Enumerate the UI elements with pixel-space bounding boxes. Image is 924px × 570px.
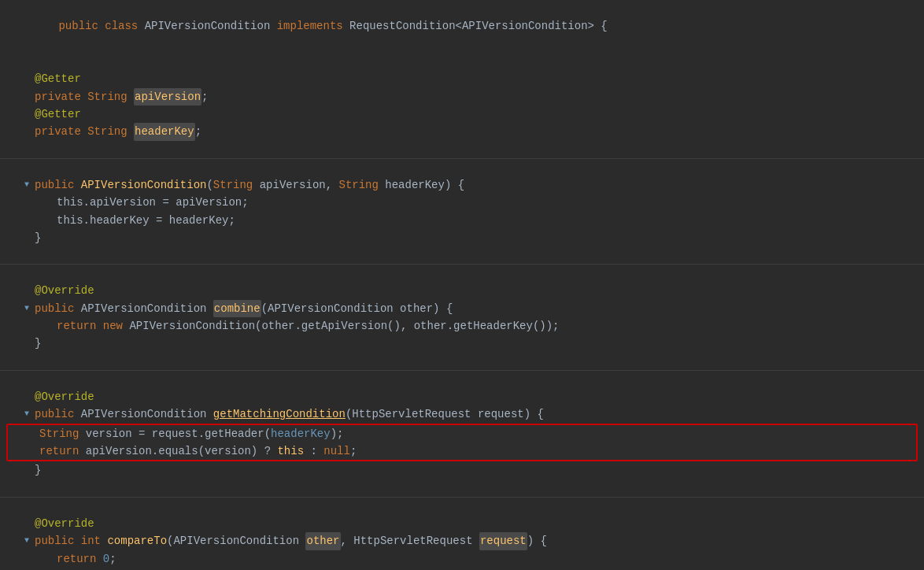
kw-new: new xyxy=(103,317,130,335)
kw-string1: String xyxy=(87,88,134,105)
close-brace-gmc: } xyxy=(35,461,41,479)
gutter-compareto: ▼ xyxy=(22,535,31,547)
kw-private2: private xyxy=(35,123,87,140)
code-line-blank8 xyxy=(0,479,924,497)
close-brace-ctor: } xyxy=(35,229,41,246)
param-other: other) { xyxy=(400,300,453,317)
code-line-getter1: @Getter xyxy=(0,70,924,87)
ret-type-combine: APIVersionCondition xyxy=(81,300,213,317)
kw-return-combine: return xyxy=(57,317,103,335)
param-other-ct: other xyxy=(305,532,340,550)
code-line-combine: ▼ public APIVersionCondition combine(API… xyxy=(0,300,924,317)
code-line-getheader: String version = request.getHeader(heade… xyxy=(8,425,916,442)
code-line-apiversion: private String apiVersion; xyxy=(0,88,924,105)
kw-public-ctor: public xyxy=(35,176,81,194)
close-brace-combine: } xyxy=(35,335,41,352)
code-line-this-headerkey: this.headerKey = headerKey; xyxy=(0,212,924,229)
kw-class: class xyxy=(105,20,144,32)
gutter-combine: ▼ xyxy=(22,302,31,315)
annotation-getter2: @Getter xyxy=(35,105,81,123)
semi2: ; xyxy=(195,123,201,140)
code-editor: public class APIVersionCondition impleme… xyxy=(0,0,924,570)
code-line-close-combine: } xyxy=(0,335,924,352)
param-headerkey-call: headerKey xyxy=(271,425,331,442)
kw-return-this: return xyxy=(39,442,86,460)
arrow-constructor: ▼ xyxy=(24,179,29,191)
code-line-getter2: @Getter xyxy=(0,105,924,123)
field-headerkey: headerKey xyxy=(134,123,195,140)
kw-int: int xyxy=(81,532,108,550)
code-line-getmatching: ▼ public APIVersionCondition getMatching… xyxy=(0,405,924,423)
getheader-close: ); xyxy=(331,425,344,442)
classname: APIVersionCondition xyxy=(145,20,277,32)
code-line-override1: @Override xyxy=(0,282,924,299)
code-line-blank5 xyxy=(0,265,924,282)
code-line-1: public class APIVersionCondition impleme… xyxy=(0,0,924,53)
method-constructor: APIVersionCondition xyxy=(81,176,207,194)
code-line-blank4 xyxy=(0,246,924,264)
semi-zero: ; xyxy=(109,550,116,568)
annotation-override3: @Override xyxy=(35,515,94,532)
code-line-override2: @Override xyxy=(0,388,924,405)
arrow-getmatching: ▼ xyxy=(24,408,29,420)
code-line-blank2 xyxy=(0,141,924,158)
method-gmc: getMatchingCondition xyxy=(213,405,346,423)
kw-public: public xyxy=(58,20,105,32)
this-keyword: this xyxy=(277,442,304,460)
arrow-combine: ▼ xyxy=(24,302,29,315)
gutter-getmatching: ▼ xyxy=(22,408,31,420)
annotation-override1: @Override xyxy=(35,282,94,299)
code-line-close-ctor: } xyxy=(0,229,924,246)
code-line-return-combine: return new APIVersionCondition(other.get… xyxy=(0,317,924,335)
combine-open: (APIVersionCondition xyxy=(261,300,400,317)
null-keyword: null xyxy=(323,442,350,460)
kw-public-ct: public xyxy=(35,532,81,550)
number-zero: 0 xyxy=(103,550,109,568)
code-line-headerkey: private String headerKey; xyxy=(0,123,924,140)
apiversion-equals: apiVersion.equals(version) ? xyxy=(86,442,278,460)
kw-private1: private xyxy=(35,88,87,105)
annotation-override2: @Override xyxy=(35,388,94,405)
code-line-blank6 xyxy=(0,353,924,370)
kw-string2: String xyxy=(87,123,134,140)
kw-string-version: String xyxy=(39,425,86,442)
code-line-blank3 xyxy=(0,159,924,176)
this-headerkey: this.headerKey = headerKey; xyxy=(57,212,235,229)
code-line-blank1 xyxy=(0,53,924,70)
ct-param-open: (APIVersionCondition xyxy=(167,532,305,550)
gmc-param-open: (HttpServletRequest request) { xyxy=(346,405,544,423)
kw-string-param1: String xyxy=(213,176,260,194)
var-version: version = request.getHeader( xyxy=(86,425,271,442)
annotation-getter1: @Getter xyxy=(35,70,81,87)
kw-public-combine: public xyxy=(35,300,81,317)
code-line-override3: @Override xyxy=(0,515,924,532)
semi1: ; xyxy=(201,88,208,105)
field-apiversion: apiVersion xyxy=(134,88,201,105)
method-combine: combine xyxy=(213,300,261,317)
method-compareto: compareTo xyxy=(107,532,167,550)
param-apiversion: apiVersion, xyxy=(260,176,339,194)
ret-type-gmc: APIVersionCondition xyxy=(81,405,213,423)
param-request-ct: request xyxy=(479,532,527,550)
line-content-1: public class APIVersionCondition impleme… xyxy=(19,0,911,53)
kw-return-zero: return xyxy=(57,550,103,568)
kw-string-param2: String xyxy=(339,176,386,194)
param-headerkey: headerKey) { xyxy=(385,176,464,194)
colon-null: : xyxy=(304,442,323,460)
gutter-constructor: ▼ xyxy=(22,179,31,191)
this-apiversion: this.apiVersion = apiVersion; xyxy=(57,194,249,211)
ct-close: ) { xyxy=(527,532,547,550)
code-line-this-apiversion: this.apiVersion = apiVersion; xyxy=(0,194,924,211)
code-line-compareto: ▼ public int compareTo(APIVersionConditi… xyxy=(0,532,924,550)
code-line-return-this: return apiVersion.equals(version) ? this… xyxy=(8,442,916,460)
ctor-params: ( xyxy=(206,176,213,194)
new-apivc: APIVersionCondition(other.getApiVersion(… xyxy=(129,317,559,335)
code-line-constructor: ▼ public APIVersionCondition(String apiV… xyxy=(0,176,924,194)
semi-return: ; xyxy=(350,442,357,460)
code-line-return-zero: return 0; xyxy=(0,550,924,568)
kw-implements: implements xyxy=(277,20,349,32)
code-line-blank7 xyxy=(0,371,924,388)
code-line-close-gmc: } xyxy=(0,461,924,479)
kw-public-gmc: public xyxy=(35,405,81,423)
highlighted-block: String version = request.getHeader(heade… xyxy=(6,424,918,462)
